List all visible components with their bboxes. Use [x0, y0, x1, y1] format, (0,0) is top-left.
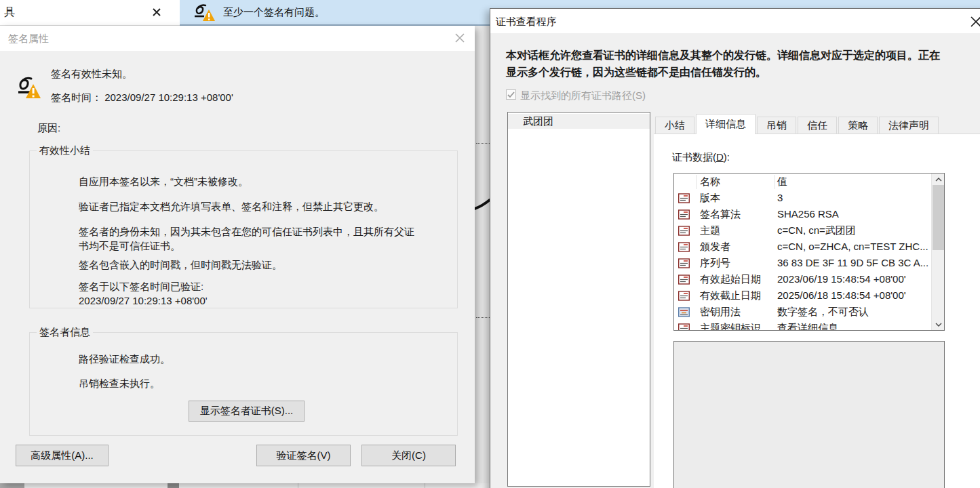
- validity-line: 签名于以下签名时间已验证:: [79, 281, 203, 293]
- certificate-viewer-dialog: 证书查看程序 本对话框允许您查看证书的详细信息及其整个的发行链。详细信息对应于选…: [490, 8, 980, 488]
- table-header: 名称 值: [674, 174, 931, 190]
- certificate-intro-line2: 显示多个发行链，因为这些链都不是由信任锚发行的。: [506, 66, 766, 80]
- certificate-data-label-mnemonic: D: [716, 151, 724, 163]
- certificate-field-icon: [678, 291, 690, 301]
- signature-message-text: 至少一个签名有问题。: [223, 6, 325, 19]
- signature-properties-title: 签名属性: [8, 33, 49, 45]
- row-value: 查看详细信息: [777, 322, 838, 331]
- signer-info-line: 吊销检查未执行。: [79, 378, 160, 390]
- document-dotted-line: [476, 317, 490, 318]
- row-value: 36 83 DE 3F 11 9D 5F CB 3C A...: [777, 257, 928, 268]
- table-row[interactable]: 密钥用法 数字签名，不可否认: [674, 304, 931, 321]
- signature-stroke: [475, 195, 490, 213]
- table-row[interactable]: 版本 3: [674, 190, 931, 207]
- table-row[interactable]: 有效起始日期 2023/06/19 15:48:54 +08'00': [674, 272, 931, 288]
- certificate-data-label: 证书数据(D):: [672, 151, 730, 164]
- row-name: 有效起始日期: [700, 273, 761, 286]
- key-usage-icon: [678, 307, 690, 317]
- certificate-data-label-post: ):: [724, 151, 730, 163]
- validity-line: 2023/09/27 10:29:13 +08'00': [79, 295, 208, 306]
- certificate-field-icon: [678, 226, 690, 236]
- document-dotted-line: [476, 143, 490, 144]
- row-name: 主题密钥标识: [700, 322, 761, 331]
- bottom-app-strip: [0, 483, 490, 488]
- validity-line: 签名包含嵌入的时间戳，但时间戳无法验证。: [79, 259, 282, 272]
- tree-item-certificate[interactable]: 武团团: [508, 114, 650, 129]
- tab-summary[interactable]: 小结: [655, 117, 694, 134]
- column-header-name: 名称: [700, 176, 720, 188]
- row-name: 颁发者: [700, 241, 730, 253]
- show-all-paths-label: 显示找到的所有证书路径(S): [520, 89, 646, 102]
- row-value: 2025/06/18 15:48:54 +08'00': [777, 289, 906, 301]
- bottom-strip-segment: [0, 483, 24, 488]
- document-strip: [475, 26, 490, 483]
- row-name: 主题: [700, 224, 720, 237]
- certificate-data-label-pre: 证书数据(: [672, 151, 716, 163]
- validate-signature-button[interactable]: 验证签名(V): [256, 445, 351, 466]
- bottom-strip-divider: [425, 483, 425, 488]
- table-row[interactable]: 颁发者 c=CN, o=ZHCA, cn=TEST ZHC...: [674, 239, 931, 256]
- certificate-detail-box: [673, 341, 945, 488]
- validity-summary-group: 有效性小结 自应用本签名以来，“文档”未被修改。 验证者已指定本文档允许填写表单…: [29, 150, 458, 308]
- row-name: 版本: [700, 192, 720, 205]
- row-name: 序列号: [700, 257, 730, 270]
- signing-time-text: 签名时间： 2023/09/27 10:29:13 +08'00': [51, 92, 233, 104]
- signing-time-value: 2023/09/27 10:29:13 +08'00': [104, 92, 233, 103]
- scroll-up-icon[interactable]: [932, 174, 945, 185]
- scrollbar-thumb[interactable]: [933, 185, 944, 250]
- advanced-properties-button[interactable]: 高级属性(A)...: [16, 445, 109, 466]
- tab-revocation[interactable]: 吊销: [757, 117, 796, 134]
- row-value: c=CN, cn=武团团: [777, 224, 856, 237]
- certificate-viewer-close-icon[interactable]: [969, 15, 980, 28]
- certificate-field-icon: [678, 193, 690, 203]
- row-name: 密钥用法: [700, 306, 741, 319]
- tools-panel-close-icon[interactable]: [151, 6, 163, 18]
- row-value: 3: [777, 192, 783, 203]
- signature-status-warning-icon: [15, 75, 41, 102]
- show-signer-certificate-button[interactable]: 显示签名者证书(S)...: [189, 401, 305, 422]
- row-value: c=CN, o=ZHCA, cn=TEST ZHC...: [777, 241, 928, 252]
- validity-summary-legend: 有效性小结: [37, 144, 93, 157]
- bottom-strip-segment: [168, 483, 179, 488]
- validity-line: 自应用本签名以来，“文档”未被修改。: [79, 176, 248, 188]
- tab-details[interactable]: 详细信息: [696, 114, 756, 134]
- table-row-partial[interactable]: 主题密钥标识 查看详细信息: [674, 321, 931, 331]
- certificate-field-icon: [678, 274, 690, 285]
- certificate-intro-line1: 本对话框允许您查看证书的详细信息及其整个的发行链。详细信息对应于选定的项目。正在: [506, 49, 940, 63]
- table-row[interactable]: 主题 c=CN, cn=武团团: [674, 223, 931, 239]
- table-row[interactable]: 签名算法 SHA256 RSA: [674, 207, 931, 223]
- tree-item-label: 武团团: [523, 115, 553, 128]
- signature-status-text: 签名有效性未知。: [51, 68, 132, 81]
- table-row[interactable]: 序列号 36 83 DE 3F 11 9D 5F CB 3C A...: [674, 256, 931, 272]
- show-all-paths-checkbox[interactable]: [506, 89, 516, 100]
- certificate-tree: 武团团: [507, 112, 650, 487]
- certificate-field-icon: [678, 242, 690, 252]
- row-value: 数字签名，不可否认: [777, 306, 869, 319]
- validity-line: 验证者已指定本文档允许填写表单、签名和注释，但禁止其它更改。: [79, 201, 384, 214]
- signature-warning-icon: [192, 3, 215, 23]
- row-name: 有效截止日期: [700, 289, 761, 302]
- reason-label: 原因:: [37, 122, 60, 135]
- certificate-field-icon: [678, 209, 690, 220]
- close-button[interactable]: 关闭(C): [361, 445, 456, 466]
- tab-policies[interactable]: 策略: [838, 117, 878, 134]
- validity-line: 书均不是可信任证书。: [79, 240, 180, 253]
- signing-time-label: 签名时间：: [51, 92, 102, 103]
- signature-properties-titlebar: 签名属性: [0, 26, 475, 51]
- certificate-viewer-title: 证书查看程序: [496, 16, 557, 28]
- certificate-data-table: 名称 值 版本 3 签名算法 SHA256 RSA 主题 c=CN, cn=武团…: [673, 173, 945, 331]
- scroll-down-icon[interactable]: [932, 319, 945, 330]
- validity-line: 签名者的身份未知，因为其未包含在您的可信任证书列表中，且其所有父证: [79, 226, 414, 239]
- row-value: SHA256 RSA: [777, 208, 839, 220]
- certificate-field-icon: [678, 258, 690, 268]
- screen: 具 至少一个签名有问题。 签名属: [0, 0, 980, 488]
- signature-properties-close-icon[interactable]: [453, 31, 467, 45]
- signer-info-legend: 签名者信息: [37, 326, 93, 339]
- table-scrollbar[interactable]: [931, 174, 944, 330]
- signer-info-group: 签名者信息 路径验证检查成功。 吊销检查未执行。 显示签名者证书(S)...: [29, 332, 458, 436]
- bottom-strip-divider: [298, 483, 298, 488]
- tab-trust[interactable]: 信任: [798, 117, 837, 134]
- table-row[interactable]: 有效截止日期 2025/06/18 15:48:54 +08'00': [674, 288, 931, 304]
- tab-legal-notice[interactable]: 法律声明: [879, 117, 939, 134]
- row-value: 2023/06/19 15:48:54 +08'00': [777, 273, 906, 285]
